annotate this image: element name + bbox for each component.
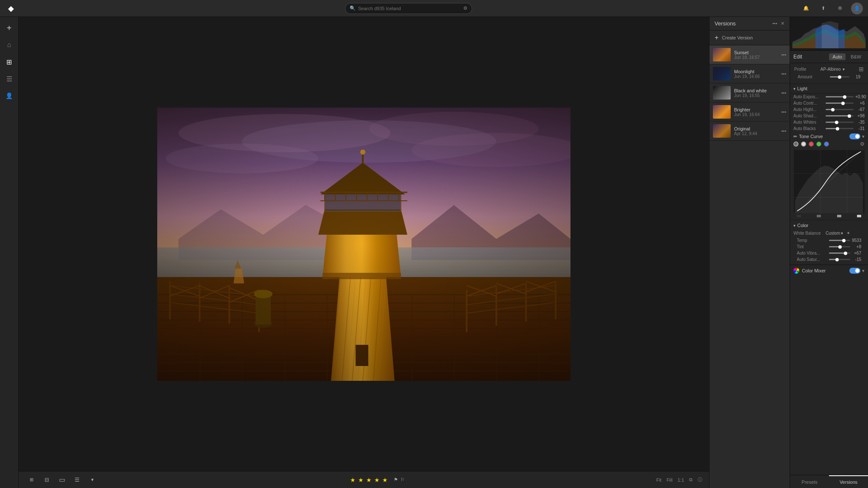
- amount-slider-track[interactable]: [830, 76, 849, 78]
- slider-track-auto-contrast[interactable]: [826, 103, 854, 104]
- amount-value: 19: [851, 75, 860, 79]
- slider-value-auto-exposure: +0.90: [855, 94, 865, 99]
- profile-section: Profile AP-Albireo ▾ ⊞ Amount 19: [790, 63, 868, 84]
- tab-bw[interactable]: B&W: [847, 53, 865, 60]
- version-menu-brighter[interactable]: •••: [781, 109, 786, 114]
- color-sliders: Temp 9533 Tint +8 Auto Vibra... +67 Auto…: [793, 237, 865, 263]
- star-5[interactable]: ★: [382, 477, 388, 483]
- color-slider-track-saturation[interactable]: [829, 259, 850, 260]
- sidebar-home-icon[interactable]: ⌂: [2, 37, 17, 53]
- slider-track-auto-highlights[interactable]: [826, 109, 854, 110]
- slider-label-auto-exposure: Auto Expos...: [793, 94, 824, 99]
- sidebar-grid-icon[interactable]: ⊞: [2, 54, 17, 69]
- grid-view-icon[interactable]: ⊞: [25, 474, 37, 486]
- fit-label[interactable]: Fit: [656, 477, 661, 482]
- tone-curve-toggle[interactable]: [849, 133, 860, 139]
- notification-icon[interactable]: 🔔: [800, 3, 812, 14]
- star-1[interactable]: ★: [350, 477, 356, 483]
- filter-icon[interactable]: ⚙: [463, 6, 467, 11]
- version-menu-bw[interactable]: •••: [781, 90, 786, 95]
- channel-white-icon[interactable]: [801, 141, 806, 147]
- channel-selectors: ⚙: [793, 141, 865, 147]
- tone-curve-title: ✏ Tone Curve: [793, 134, 823, 139]
- reject-icon[interactable]: ⚐: [401, 477, 405, 482]
- curve-handle-black[interactable]: [797, 215, 801, 217]
- slider-value-auto-contrast: +6: [855, 101, 865, 105]
- version-menu-sunset[interactable]: •••: [781, 52, 786, 57]
- zoom-label[interactable]: 1:1: [678, 477, 684, 482]
- color-mixer-icon: [793, 268, 799, 274]
- star-2[interactable]: ★: [358, 477, 364, 483]
- tab-presets[interactable]: Presets: [790, 475, 829, 488]
- version-item-brighter[interactable]: Brighter Jun 19, 16:64 •••: [709, 103, 790, 122]
- slider-track-auto-exposure[interactable]: [826, 96, 854, 97]
- profile-icon[interactable]: 👤: [851, 3, 863, 14]
- version-item-original[interactable]: Original Apr 12, 9:44 •••: [709, 122, 790, 141]
- white-balance-value[interactable]: Custom ▾: [826, 231, 843, 236]
- slider-track-auto-shadows[interactable]: [826, 115, 854, 116]
- star-4[interactable]: ★: [374, 477, 380, 483]
- curve-handle-mid[interactable]: [817, 215, 821, 217]
- color-mixer-chevron[interactable]: ▾: [862, 268, 865, 274]
- channel-all-icon[interactable]: [793, 141, 798, 147]
- curve-handle-white[interactable]: [837, 215, 841, 217]
- tab-auto[interactable]: Auto: [829, 53, 846, 60]
- slider-track-auto-blacks[interactable]: [826, 128, 854, 129]
- channel-blue-icon[interactable]: [824, 141, 829, 147]
- eyedropper-icon[interactable]: ✦: [846, 230, 850, 236]
- version-item-sunset[interactable]: Sunset Jun 19, 16:57 •••: [709, 45, 790, 64]
- tone-curve-canvas[interactable]: [793, 150, 865, 213]
- color-slider-track-tint[interactable]: [829, 246, 850, 247]
- versions-more-icon[interactable]: •••: [772, 21, 777, 26]
- sidebar-add-icon[interactable]: +: [2, 20, 17, 36]
- version-menu-original[interactable]: •••: [781, 128, 786, 133]
- tone-curve-chevron[interactable]: ▾: [862, 134, 865, 139]
- curve-handle-highlight[interactable]: [857, 215, 861, 217]
- create-version-plus-icon: +: [715, 34, 718, 42]
- slider-row-auto-contrast: Auto Contr... +6: [790, 100, 868, 106]
- star-3[interactable]: ★: [366, 477, 372, 483]
- share-icon[interactable]: ⬆: [817, 3, 829, 14]
- channel-red-icon[interactable]: [809, 141, 814, 147]
- channel-green-icon[interactable]: [816, 141, 821, 147]
- list-chevron-icon[interactable]: ▼: [86, 474, 98, 486]
- search-input[interactable]: [358, 6, 451, 11]
- app-logo-icon[interactable]: ◆: [5, 3, 17, 14]
- light-section-header[interactable]: ▾ Light: [790, 84, 868, 94]
- sidebar-user-icon[interactable]: 👤: [2, 88, 17, 103]
- slider-row-auto-shadows: Auto Shad... +98: [790, 113, 868, 119]
- profile-value[interactable]: AP-Albireo ▾: [821, 67, 845, 72]
- light-sliders: Auto Expos... +0.90 Auto Contr... +6 Aut…: [790, 94, 868, 132]
- slider-label-auto-contrast: Auto Contr...: [793, 101, 824, 105]
- profile-grid-icon[interactable]: ⊞: [859, 66, 864, 72]
- slider-track-auto-whites[interactable]: [826, 122, 854, 123]
- color-slider-value-temp: 9533: [852, 238, 861, 243]
- info-icon[interactable]: ⓘ: [698, 477, 702, 483]
- grid-small-icon[interactable]: ⊟: [41, 474, 53, 486]
- flag-icon[interactable]: ⚑: [394, 477, 398, 482]
- version-thumb-bw: [713, 86, 731, 100]
- sidebar-layers-icon[interactable]: ☰: [2, 71, 17, 86]
- tab-versions[interactable]: Versions: [829, 475, 868, 488]
- fill-label[interactable]: Fill: [667, 477, 673, 482]
- create-version-button[interactable]: + Create Version: [709, 30, 790, 45]
- color-mixer-toggle[interactable]: [849, 268, 860, 274]
- compare-icon[interactable]: ⧉: [689, 477, 693, 482]
- tone-curve-header: ✏ Tone Curve ▾: [793, 133, 865, 139]
- version-menu-moonlight[interactable]: •••: [781, 71, 786, 76]
- color-slider-value-tint: +8: [852, 244, 861, 249]
- versions-close-icon[interactable]: ✕: [781, 21, 785, 26]
- version-date-sunset: Jun 19, 16:57: [734, 55, 778, 60]
- color-slider-track-temp[interactable]: [829, 240, 850, 241]
- color-slider-track-vibrance[interactable]: [829, 252, 850, 254]
- color-section-header[interactable]: ▾ Color: [793, 222, 865, 229]
- right-panel: Edit Auto B&W Profile AP-Albireo ▾ ⊞ Amo…: [790, 17, 868, 488]
- single-view-icon[interactable]: ▭: [56, 474, 68, 486]
- version-item-moonlight[interactable]: Moonlight Jun 19, 16:66 •••: [709, 64, 790, 83]
- tone-curve-settings-icon[interactable]: ⚙: [860, 141, 865, 147]
- list-view-icon[interactable]: ☰: [71, 474, 83, 486]
- settings-icon[interactable]: ⚙: [834, 3, 846, 14]
- slider-row-auto-whites: Auto Whites -35: [790, 119, 868, 125]
- version-item-bw[interactable]: Black and white Jun 19, 16:55 •••: [709, 83, 790, 103]
- slider-label-auto-blacks: Auto Blacks: [793, 126, 824, 131]
